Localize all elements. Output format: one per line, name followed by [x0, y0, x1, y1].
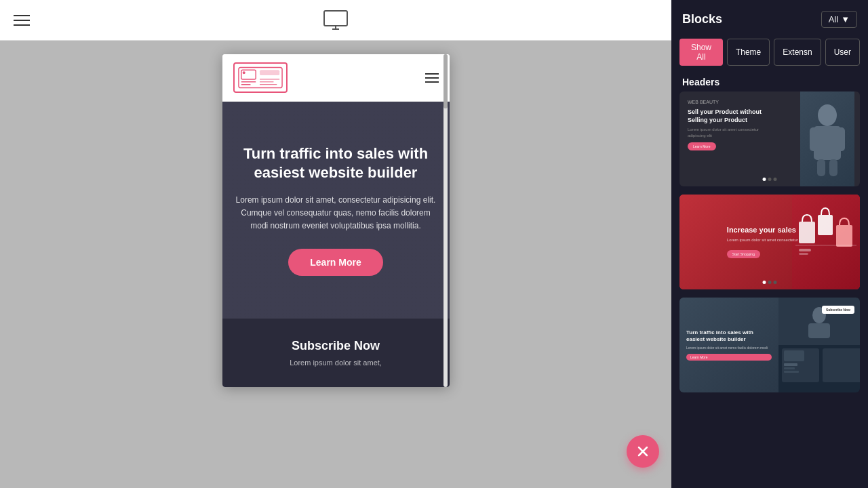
mobile-logo — [233, 62, 288, 93]
hero-title: Turn traffic into sales with easiest web… — [236, 144, 436, 183]
prev2-title: Increase your sales — [727, 226, 812, 234]
sidebar-header: Blocks All ▼ — [671, 0, 868, 33]
prev1-body: Lorem ipsum dolor sit amet consectetur a… — [688, 127, 778, 138]
prev2-carousel-dots — [763, 281, 777, 284]
prev3-button: Learn More — [686, 354, 772, 361]
prev1-carousel-dots — [763, 178, 777, 181]
mobile-scrollbar[interactable] — [443, 54, 448, 387]
svg-rect-29 — [784, 350, 804, 361]
svg-rect-16 — [817, 159, 825, 176]
svg-rect-31 — [784, 367, 795, 369]
prev1-man-image — [800, 92, 854, 186]
top-bar — [0, 0, 671, 41]
prev1-title: Sell your Product without Selling your P… — [688, 108, 778, 124]
prev3-sub-button: Subscribe Now — [822, 306, 854, 314]
filter-tab-theme[interactable]: Theme — [727, 39, 770, 66]
header-preview-2[interactable]: Increase your sales Lorem ipsum dolor si… — [679, 195, 860, 289]
svg-rect-8 — [260, 70, 279, 75]
filter-tab-show-all[interactable]: Show All — [679, 39, 723, 66]
float-close-button[interactable] — [627, 435, 659, 468]
prev3-right-bottom-image — [778, 345, 860, 392]
mobile-nav — [222, 54, 450, 102]
mobile-preview-frame: Turn traffic into sales with easiest web… — [222, 54, 450, 387]
subscribe-body: Lorem ipsum dolor sit amet, — [236, 359, 436, 367]
headers-section-label: Headers — [671, 71, 868, 92]
hero-section: Turn traffic into sales with easiest web… — [222, 102, 450, 319]
subscribe-title: Subscribe Now — [236, 339, 436, 353]
svg-rect-19 — [818, 215, 833, 235]
filter-tabs: Show All Theme Extensn User — [671, 33, 868, 71]
canvas-area: Turn traffic into sales with easiest web… — [0, 41, 671, 488]
sidebar-title: Blocks — [682, 12, 722, 26]
all-dropdown-button[interactable]: All ▼ — [821, 11, 857, 28]
svg-rect-32 — [784, 371, 799, 373]
hamburger-menu[interactable] — [14, 15, 30, 26]
prev3-right-top-image — [778, 298, 860, 345]
hero-body: Lorem ipsum dolor sit amet, consectetur … — [236, 194, 436, 233]
svg-rect-17 — [829, 159, 837, 176]
header-preview-3[interactable]: Turn traffic into sales with easiest web… — [679, 298, 860, 392]
prev2-content: Increase your sales Lorem ipsum dolor si… — [720, 219, 819, 265]
prev2-body: Lorem ipsum dolor sit amet consectetur — [727, 238, 812, 242]
learn-more-button[interactable]: Learn More — [288, 249, 382, 276]
mobile-hamburger-icon[interactable] — [425, 73, 439, 83]
filter-tab-extension[interactable]: Extensn — [774, 39, 821, 66]
svg-point-5 — [242, 71, 245, 74]
svg-rect-4 — [241, 70, 255, 79]
svg-rect-20 — [836, 225, 852, 247]
prev1-button: Learn More — [688, 142, 716, 150]
prev2-button: Start Shopping — [727, 250, 760, 258]
svg-rect-0 — [324, 11, 347, 26]
subscribe-section: Subscribe Now Lorem ipsum dolor sit amet… — [222, 319, 450, 387]
blocks-sidebar: Blocks All ▼ Show All Theme Extensn User… — [671, 0, 868, 488]
filter-tab-user[interactable]: User — [825, 39, 860, 66]
prev3-body: Lorem ipsum dolor sit amet nemo facilis … — [686, 346, 772, 350]
svg-point-12 — [818, 104, 837, 126]
logo-icon — [233, 62, 288, 93]
prev3-title: Turn traffic into sales with easiest web… — [686, 329, 772, 344]
monitor-icon — [323, 10, 348, 30]
svg-rect-28 — [823, 348, 860, 382]
header-preview-1[interactable]: WEB BEAUTY Sell your Product without Sel… — [679, 92, 860, 186]
svg-rect-25 — [808, 323, 830, 338]
svg-rect-30 — [784, 363, 797, 366]
svg-rect-15 — [837, 127, 845, 151]
prev1-top-label: WEB BEAUTY — [688, 100, 778, 104]
svg-rect-14 — [810, 127, 818, 151]
prev3-left-content: Turn traffic into sales with easiest web… — [679, 298, 778, 392]
